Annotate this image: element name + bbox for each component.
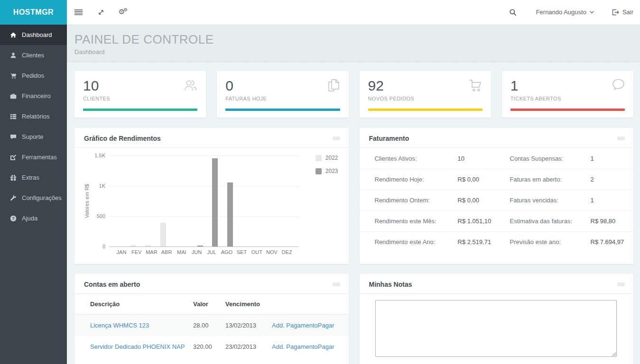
chart-bar [130,245,136,246]
chart-plot: 1.5K 1K 500 0 JANFEVMARABRMAIJUNJULAGOSE… [109,155,299,246]
add-payment-link[interactable]: Add. Pagamento [272,343,318,350]
col-vencimento: Vencimento [225,300,272,308]
stat-value: 10 [83,77,197,94]
y-tick-label: 500 [90,213,105,219]
chevron-down-icon [590,11,594,14]
sidebar-item-pedidos[interactable]: Pedidos [0,65,67,86]
stat-label: TICKETS ABERTOS [510,96,625,101]
collapse-icon[interactable] [617,282,625,286]
chart-body: Valores em R$ 1.5K 1K 500 0 JANFEVMARABR… [74,148,349,263]
sidebar-item-label: Relatórios [22,113,50,120]
main-content: 10 CLIENTES 0 FATURAS HOJE 92 NOVOS PEDI… [67,62,640,364]
logout-button[interactable]: Sair [612,9,633,16]
legend-swatch [315,155,322,161]
x-tick-label: MAR [144,249,159,255]
pay-link[interactable]: Pagar [318,343,334,350]
faturamento-row: Rendimento Ontem:R$ 0,00 Faturas vencida… [360,190,634,210]
sidebar-item-label: Extras [22,174,39,181]
stat-card-tickets-abertos[interactable]: 1 TICKETS ABERTOS [502,71,633,118]
user-icon [9,52,17,59]
stat-label: Rendimento este Mês: [375,218,458,225]
col-valor: Valor [193,300,225,308]
chart-bar [145,245,151,246]
sidebar-item-label: Suporte [22,133,44,140]
sidebar-item-dashboard[interactable]: Dashboard [0,25,67,45]
stat-progress-bar [510,109,625,111]
stat-label: NOVOS PEDIDOS [368,96,482,101]
expand-icon[interactable] [96,7,106,18]
breadcrumb: Dashboard [74,48,640,55]
stat-label: CLIENTES [83,96,197,101]
stat-label: Faturas vencidas: [510,197,591,204]
stat-label: Faturas em aberto: [510,176,591,183]
invoice-valor: 320.00 [193,343,225,350]
invoice-link[interactable]: Servidor Dedicado PHOENIX NAP [90,343,193,350]
stat-card-clientes[interactable]: 10 CLIENTES [74,71,206,118]
stat-label: Previsão este ano: [510,238,591,246]
sidebar-item-relatorios[interactable]: Relatórios [0,106,67,127]
legend-swatch [315,168,322,174]
brand-logo[interactable]: HOSTMGR [0,0,67,25]
x-tick-label: DEZ [279,249,295,255]
collapse-icon[interactable] [617,136,625,140]
sidebar-item-extras[interactable]: Extras [0,167,67,188]
sidebar-nav: Dashboard Clientes Pedidos Financeiro Re… [0,25,67,228]
sidebar-item-financeiro[interactable]: Financeiro [0,86,67,106]
contas-panel: Contas em aberto Descrição Valor Vencime… [74,274,349,364]
x-tick-label: JUN [189,249,204,255]
stat-value: 1 [591,197,625,204]
invoice-valor: 28.00 [193,322,225,329]
user-menu[interactable]: Fernando Augusto [536,9,594,16]
faturamento-row: Rendimento Hoje:R$ 0,00 Faturas em abert… [360,169,634,190]
legend-label: 2023 [325,168,338,174]
gears-icon[interactable]: ⚙⚙ [119,7,129,18]
sidebar-item-configuracoes[interactable]: Configurações [0,188,67,208]
stat-label: Rendimento este Ano: [375,238,458,246]
legend-item: 2022 [315,155,338,161]
sidebar-item-ajuda[interactable]: ? Ajuda [0,208,67,228]
x-tick-label: ABR [159,249,174,255]
gift-icon [9,174,17,181]
stat-card-novos-pedidos[interactable]: 92 NOVOS PEDIDOS [360,71,491,118]
sidebar-item-suporte[interactable]: Suporte [0,127,67,147]
svg-text:?: ? [12,216,14,221]
chart-legend: 20222023 [315,155,338,174]
sidebar-item-label: Ajuda [22,215,37,222]
menu-toggle-icon[interactable] [73,7,83,18]
add-payment-link[interactable]: Add. Pagamento [272,322,318,329]
y-tick-label: 0 [90,244,105,249]
search-icon[interactable] [508,7,518,18]
users-icon [183,78,198,94]
stat-value: 1 [591,155,625,162]
cart-icon [9,72,17,79]
x-tick-label: FEV [129,249,144,255]
table-row: Servidor Dedicado PHOENIX NAP 320.00 23/… [74,336,349,357]
cart-icon [468,78,483,95]
stat-value: R$ 0,00 [458,197,510,204]
x-tick-label: SET [234,249,250,255]
notas-title: Minhas Notas [369,281,412,288]
stat-label: Rendimento Hoje: [375,176,458,183]
x-tick-label: JAN [114,249,129,255]
notes-textarea[interactable] [375,300,617,357]
stat-progress-bar [368,109,482,111]
x-tick-label: OUT [249,249,264,255]
x-tick-label: MAI [174,249,189,255]
documents-icon [327,78,341,95]
invoice-vencimento: 13/02/2013 [225,322,272,329]
faturamento-title: Faturamento [369,135,409,142]
invoice-link[interactable]: Licença WHMCS 123 [90,322,193,329]
stat-card-faturas-hoje[interactable]: 0 FATURAS HOJE [217,71,348,118]
legend-item: 2023 [315,168,338,174]
collapse-icon[interactable] [333,282,340,286]
panels-row-1: Gráfico de Rendimentos Valores em R$ 1.5… [74,128,633,264]
sidebar-item-clientes[interactable]: Clientes [0,45,67,65]
sidebar-item-ferramentas[interactable]: Ferramentas [0,147,67,167]
sidebar-item-label: Ferramentas [22,154,57,161]
collapse-icon[interactable] [333,136,340,140]
sidebar-item-label: Pedidos [22,72,44,79]
pay-link[interactable]: Pagar [318,322,334,329]
table-row: Licença WHMCS 123 28.00 13/02/2013 Add. … [74,315,349,336]
y-axis-label: Valores em R$ [84,184,90,218]
chart-bar [197,246,203,246]
